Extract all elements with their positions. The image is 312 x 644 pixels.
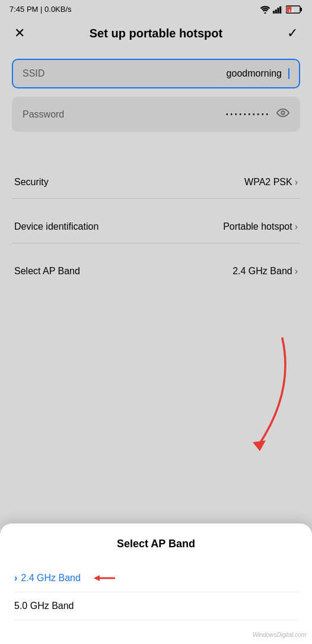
ap-band-chevron-icon: › <box>295 266 298 277</box>
svg-rect-2 <box>275 9 277 14</box>
page-title: Set up portable hotspot <box>90 27 222 40</box>
confirm-button[interactable]: ✓ <box>285 23 300 43</box>
svg-point-10 <box>281 111 285 115</box>
security-label: Security <box>14 177 49 188</box>
eye-icon[interactable] <box>276 106 289 122</box>
svg-rect-4 <box>279 6 281 13</box>
text-cursor <box>288 68 289 79</box>
annotation-arrow <box>223 332 294 451</box>
svg-text:12: 12 <box>288 8 294 14</box>
password-label: Password <box>23 109 64 120</box>
password-dots: •••••••••• <box>226 111 270 118</box>
band-option-2-4ghz[interactable]: › 2.4 GHz Band <box>14 564 298 592</box>
ap-band-label: Select AP Band <box>14 266 80 277</box>
svg-marker-13 <box>94 575 100 581</box>
battery-icon: 12 <box>286 5 303 14</box>
ssid-value: goodmorning <box>227 68 289 79</box>
status-time: 7:45 PM | 0.0KB/s <box>9 5 72 14</box>
band-selected-chevron-icon: › <box>14 573 17 583</box>
svg-rect-3 <box>278 8 279 14</box>
red-arrow-icon <box>94 573 115 583</box>
device-id-chevron-icon: › <box>295 221 298 232</box>
signal-icon <box>273 5 284 14</box>
svg-rect-7 <box>300 8 302 11</box>
svg-rect-1 <box>273 11 275 14</box>
device-identification-label: Device identification <box>14 221 98 232</box>
device-identification-row[interactable]: Device identification Portable hotspot › <box>12 211 300 243</box>
band-option-5ghz[interactable]: 5.0 GHz Band <box>14 592 298 620</box>
close-button[interactable]: ✕ <box>12 23 27 43</box>
ssid-field[interactable]: SSID goodmorning <box>12 59 300 88</box>
band-5ghz-label: 5.0 GHz Band <box>14 601 74 611</box>
security-value: WPA2 PSK › <box>244 177 298 188</box>
wifi-icon <box>260 5 270 14</box>
settings-section: Security WPA2 PSK › Device identificatio… <box>12 166 300 287</box>
ap-band-value: 2.4 GHz Band › <box>233 266 298 277</box>
bottom-sheet-title: Select AP Band <box>14 538 298 550</box>
bottom-sheet: Select AP Band › 2.4 GHz Band 5.0 GHz Ba… <box>0 524 312 644</box>
password-value: •••••••••• <box>226 106 289 122</box>
band-2-4ghz-label: 2.4 GHz Band <box>21 573 81 583</box>
watermark: WindowsDigital.com <box>253 632 306 638</box>
top-bar: ✕ Set up portable hotspot ✓ <box>0 17 312 53</box>
svg-point-0 <box>265 12 266 14</box>
svg-marker-11 <box>253 440 266 451</box>
ssid-label: SSID <box>23 68 44 79</box>
status-bar: 7:45 PM | 0.0KB/s 12 <box>0 0 312 17</box>
status-icons: 12 <box>260 5 303 14</box>
security-row[interactable]: Security WPA2 PSK › <box>12 166 300 199</box>
password-field[interactable]: Password •••••••••• <box>12 97 300 132</box>
security-chevron-icon: › <box>295 177 298 188</box>
device-identification-value: Portable hotspot › <box>223 221 298 232</box>
select-ap-band-row[interactable]: Select AP Band 2.4 GHz Band › <box>12 255 300 287</box>
svg-rect-5 <box>282 5 284 14</box>
main-content: SSID goodmorning Password •••••••••• Sec… <box>0 53 312 293</box>
